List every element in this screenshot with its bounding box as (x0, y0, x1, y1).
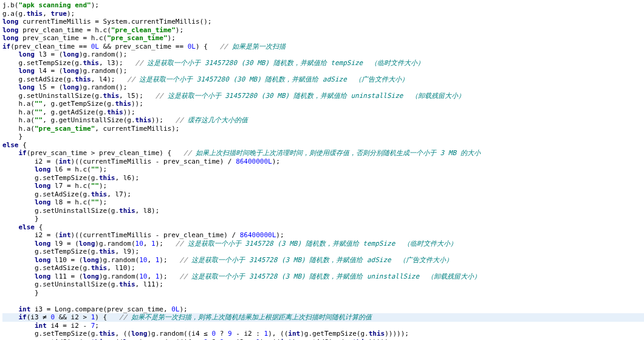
code-token: this (115, 100, 131, 108)
code-token: this (83, 59, 99, 67)
code-token: 0L (188, 43, 196, 50)
code-token: long (79, 240, 95, 248)
code-token: 这是获取一个小于 3145728 (3 MB) 随机数，并赋值给 adSize … (191, 256, 453, 264)
code-token: this (91, 338, 108, 341)
code-token: 9 (220, 338, 224, 341)
code-token: int (288, 330, 300, 338)
code-token: 这是获取一个小于 3145728 (3 MB) 随机数，并赋值给 tempSiz… (188, 240, 457, 248)
code-token: long (35, 272, 55, 280)
code-token: long (131, 330, 148, 338)
code-token: this (91, 190, 108, 198)
code-token: else (2, 141, 22, 149)
code-token: // (183, 149, 196, 157)
code-token: 这是获取一个小于 31457280 (30 MB) 随机数，并赋值给 adSiz… (139, 75, 408, 83)
code-token: 1 (91, 313, 95, 321)
code-token: 这是获取一个小于 31457280 (30 MB) 随机数，并赋值给 unins… (168, 92, 465, 100)
code-token: this (119, 280, 135, 288)
code-token: 0 (204, 338, 208, 341)
code-token: // (135, 59, 148, 67)
highlighted-line: if(i3 ≠ 0 && i2 > 1) { // 如果不是第一次扫描，则将上次… (2, 313, 644, 322)
code-token: "" (35, 108, 43, 116)
code-token: 0 (211, 330, 216, 338)
code-token: long (35, 165, 55, 173)
code-token: 如果是第一次扫描 (232, 43, 286, 50)
code-token: 10 (139, 256, 147, 264)
code-token: long (35, 240, 55, 248)
code-token: "pre_scan_time" (107, 34, 167, 42)
code-token: // (220, 43, 232, 50)
code-token: long (2, 34, 22, 42)
code-token: // (176, 240, 188, 248)
code-token: this (99, 330, 115, 338)
code-token: // (119, 313, 131, 321)
code-token: long (2, 18, 22, 26)
code-token: 86400000L (240, 231, 276, 239)
code-token: long (123, 338, 140, 341)
code-token: 86400000L (236, 158, 272, 165)
code-token: int (19, 305, 35, 313)
code-token: this (369, 330, 385, 338)
code-token: "apk scanning end" (19, 1, 91, 9)
code-token: this (107, 108, 123, 116)
code-token: long (63, 67, 79, 75)
code-token: this (27, 10, 43, 18)
code-token: 1 (156, 256, 160, 264)
code-token: this (99, 248, 115, 255)
code-token: "" (91, 165, 99, 173)
code-token: 0L (171, 305, 179, 313)
code-token: 这是获取一个小于 3145728 (3 MB) 随机数，并赋值给 uninsta… (191, 272, 481, 280)
code-token: 1 (156, 272, 160, 280)
code-token: long (83, 256, 99, 264)
code-token: 1 (264, 330, 269, 338)
code-token: 1 (151, 240, 156, 248)
code-token: "" (35, 100, 43, 108)
code-token: long (35, 256, 55, 264)
code-token: "" (91, 198, 99, 206)
code-token: // (179, 272, 191, 280)
code-token: true (51, 10, 67, 18)
code-token: 如果上次扫描时间晚于上次清理时间，则使用缓存值，否则分别随机生成一个小于 3 M… (196, 149, 481, 157)
code-token: 1 (256, 338, 260, 341)
code-token: long (35, 182, 55, 190)
code-token: 缓存这几个大小的值 (188, 116, 248, 124)
code-token: // (176, 116, 188, 124)
code-token: long (2, 26, 22, 34)
code-token: "" (91, 182, 99, 190)
code-token: if (19, 149, 27, 157)
code-token: "" (35, 116, 43, 124)
code-token: long (63, 50, 79, 58)
code-token: 0L (91, 43, 99, 50)
code-token: 这是获取一个小于 31457280 (30 MB) 随机数，并赋值给 tempS… (147, 59, 424, 67)
code-token: 0 (51, 313, 55, 321)
code-token: long (19, 50, 39, 58)
code-token: long (63, 83, 79, 91)
code-token: // (179, 256, 191, 264)
code-token: int (59, 231, 71, 239)
code-token: int (59, 158, 71, 165)
code-token: this (103, 92, 120, 100)
code-token: long (35, 198, 55, 206)
code-token: this (352, 338, 369, 341)
code-token: 9 (228, 330, 232, 338)
code-token: "pre_scan_time" (35, 125, 95, 133)
code-token: 10 (139, 272, 147, 280)
code-token: int (280, 338, 292, 341)
code-token: this (91, 264, 108, 272)
code-token: 7 (91, 322, 95, 330)
code-token: if (19, 313, 27, 321)
code-token: "pre_clean_time" (111, 26, 176, 34)
code-token: long (83, 272, 99, 280)
code-token: // (156, 92, 168, 100)
code-token: this (119, 207, 135, 215)
code-token: this (135, 116, 152, 124)
code-token: int (35, 322, 51, 330)
code-token: 如果不是第一次扫描，则将上次随机结果加上根据距离上次扫描时间随机计算的值 (131, 313, 372, 321)
code-token: this (75, 75, 91, 83)
code-token: 10 (135, 240, 143, 248)
code-editor[interactable]: j.b("apk scanning end"); g.a(g.this, tru… (0, 0, 644, 340)
code-token: long (19, 83, 39, 91)
code-token: // (127, 75, 139, 83)
code-token: else (19, 223, 39, 231)
code-token: if (2, 43, 10, 50)
code-token: long (19, 67, 39, 75)
